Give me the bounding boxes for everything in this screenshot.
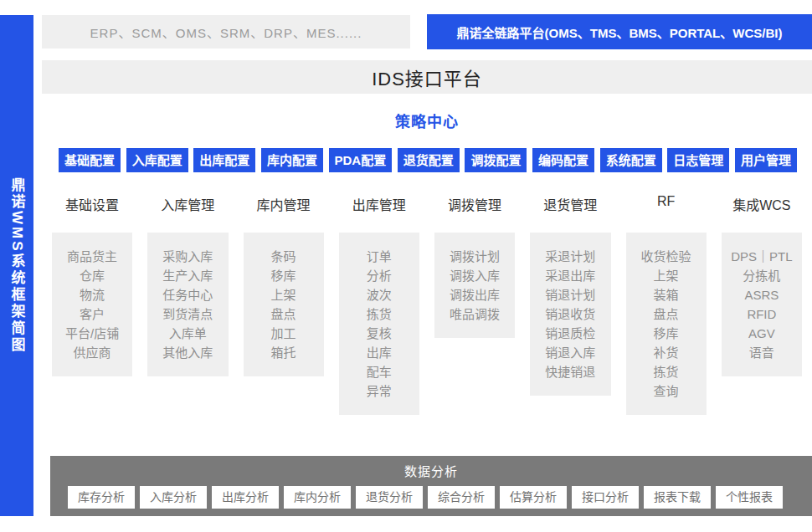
module-item: 异常 — [341, 381, 418, 401]
module-title: 调拨管理 — [434, 194, 515, 212]
analysis-button-1[interactable]: 入库分析 — [140, 486, 207, 509]
module-item: 采退出库 — [532, 266, 609, 285]
main-content: ERP、SCM、OMS、SRM、DRP、MES...... 鼎诺全链路平台(OM… — [42, 15, 812, 532]
module-column-7: 集成WCSDPS｜PTL分拣机ASRSRFIDAGV语音 — [722, 194, 802, 415]
analysis-button-3[interactable]: 库内分析 — [284, 486, 351, 509]
module-item: 采退计划 — [532, 247, 609, 266]
module-item: 销退质检 — [532, 324, 609, 343]
module-item: 移库 — [245, 266, 322, 285]
config-button-3[interactable]: 库内配置 — [261, 148, 323, 172]
module-item: 分析 — [341, 266, 418, 285]
diagram-title-vertical: 鼎诺WMS系统框架简图 — [7, 177, 28, 354]
module-item: 供应商 — [54, 343, 131, 362]
module-title: 库内管理 — [244, 194, 324, 212]
module-title: 基础设置 — [52, 194, 132, 212]
module-item: 唯品调拨 — [436, 304, 513, 324]
module-title: 退货管理 — [530, 194, 610, 212]
module-item: 装箱 — [628, 285, 705, 304]
module-column-2: 库内管理条码移库上架盘点加工箱托 — [244, 194, 324, 415]
module-title: RF — [626, 194, 707, 212]
module-item: 销退入库 — [532, 343, 609, 362]
module-item: 语音 — [723, 343, 800, 362]
module-item: 配车 — [341, 362, 418, 381]
module-item: 移库 — [628, 324, 705, 343]
module-item: 调拨计划 — [436, 247, 513, 266]
analysis-button-0[interactable]: 库存分析 — [68, 486, 135, 509]
data-analysis-bar: 数据分析 库存分析入库分析出库分析库内分析退货分析综合分析估算分析接口分析报表下… — [50, 456, 812, 516]
module-item: 复核 — [341, 324, 418, 343]
module-column-4: 调拨管理调拨计划调拨入库调拨出库唯品调拨 — [434, 194, 515, 415]
module-item: 上架 — [628, 266, 705, 285]
module-item: 客户 — [54, 304, 131, 324]
module-box: 收货检验上架装箱盘点移库补货拣货查询 — [626, 233, 707, 415]
ids-interface-bar: IDS接口平台 — [42, 60, 812, 94]
module-box: DPS｜PTL分拣机ASRSRFIDAGV语音 — [722, 233, 802, 376]
module-item: 到货清点 — [149, 304, 226, 324]
config-button-row: 基础配置入库配置出库配置库内配置PDA配置退货配置调拨配置编码配置系统配置日志管… — [42, 148, 812, 172]
module-column-5: 退货管理采退计划采退出库销退计划销退收货销退质检销退入库快捷销退 — [530, 194, 610, 415]
module-box: 采退计划采退出库销退计划销退收货销退质检销退入库快捷销退 — [530, 233, 610, 396]
module-item: 出库 — [341, 343, 418, 362]
module-item: 上架 — [245, 285, 322, 304]
module-item: 拣货 — [628, 362, 705, 381]
module-item: 商品货主 — [54, 247, 131, 266]
analysis-button-9[interactable]: 个性报表 — [716, 486, 783, 509]
config-button-7[interactable]: 编码配置 — [532, 148, 594, 172]
module-item: 调拨入库 — [436, 266, 513, 285]
module-item: 物流 — [54, 285, 131, 304]
module-item: 其他入库 — [149, 343, 226, 362]
config-button-2[interactable]: 出库配置 — [193, 148, 255, 172]
module-item: 查询 — [628, 381, 705, 401]
analysis-button-4[interactable]: 退货分析 — [356, 486, 423, 509]
config-button-4[interactable]: PDA配置 — [329, 148, 393, 172]
config-button-9[interactable]: 日志管理 — [667, 148, 729, 172]
module-box: 调拨计划调拨入库调拨出库唯品调拨 — [434, 233, 515, 338]
module-item: 销退计划 — [532, 285, 609, 304]
module-box: 条码移库上架盘点加工箱托 — [244, 233, 324, 376]
data-analysis-title: 数据分析 — [50, 456, 812, 479]
module-item: 采购入库 — [149, 247, 226, 266]
module-box: 订单分析波次拣货复核出库配车异常 — [339, 233, 419, 415]
module-column-6: RF收货检验上架装箱盘点移库补货拣货查询 — [626, 194, 707, 415]
left-title-bar: 鼎诺WMS系统框架简图 — [0, 15, 33, 516]
module-item: 快捷销退 — [532, 362, 609, 381]
config-button-1[interactable]: 入库配置 — [126, 148, 188, 172]
modules-grid: 基础设置商品货主仓库物流客户平台/店铺供应商入库管理采购入库生产入库任务中心到货… — [42, 194, 812, 415]
config-button-5[interactable]: 退货配置 — [398, 148, 460, 172]
module-item: 拣货 — [341, 304, 418, 324]
module-item: 平台/店铺 — [54, 324, 131, 343]
module-item: AGV — [723, 324, 800, 343]
analysis-button-2[interactable]: 出库分析 — [212, 486, 279, 509]
module-item: 补货 — [628, 343, 705, 362]
top-row: ERP、SCM、OMS、SRM、DRP、MES...... 鼎诺全链路平台(OM… — [42, 15, 812, 49]
module-item: 条码 — [245, 247, 322, 266]
analysis-button-5[interactable]: 综合分析 — [428, 486, 495, 509]
config-button-6[interactable]: 调拨配置 — [465, 148, 527, 172]
module-item: 收货检验 — [628, 247, 705, 266]
analysis-button-6[interactable]: 估算分析 — [500, 486, 567, 509]
module-box: 采购入库生产入库任务中心到货清点入库单其他入库 — [147, 233, 228, 376]
module-column-0: 基础设置商品货主仓库物流客户平台/店铺供应商 — [52, 194, 132, 415]
module-item: 加工 — [245, 324, 322, 343]
module-item: 仓库 — [54, 266, 131, 285]
data-analysis-button-row: 库存分析入库分析出库分析库内分析退货分析综合分析估算分析接口分析报表下载个性报表 — [50, 486, 812, 509]
module-title: 集成WCS — [722, 194, 802, 212]
module-item: 订单 — [341, 247, 418, 266]
module-item: 任务中心 — [149, 285, 226, 304]
module-item: 销退收货 — [532, 304, 609, 324]
config-button-0[interactable]: 基础配置 — [59, 148, 121, 172]
module-column-1: 入库管理采购入库生产入库任务中心到货清点入库单其他入库 — [147, 194, 228, 415]
module-item: DPS｜PTL — [723, 247, 800, 266]
platform-box: 鼎诺全链路平台(OMS、TMS、BMS、PORTAL、WCS/BI) — [427, 14, 812, 49]
module-item: 盘点 — [245, 304, 322, 324]
analysis-button-8[interactable]: 报表下载 — [644, 486, 711, 509]
module-item: ASRS — [723, 285, 800, 304]
strategy-center-label: 策略中心 — [42, 110, 812, 131]
config-button-10[interactable]: 用户管理 — [735, 148, 797, 172]
analysis-button-7[interactable]: 接口分析 — [572, 486, 639, 509]
module-item: 生产入库 — [149, 266, 226, 285]
module-item: 盘点 — [628, 304, 705, 324]
config-button-8[interactable]: 系统配置 — [600, 148, 662, 172]
module-box: 商品货主仓库物流客户平台/店铺供应商 — [52, 233, 132, 376]
module-title: 出库管理 — [339, 194, 419, 212]
